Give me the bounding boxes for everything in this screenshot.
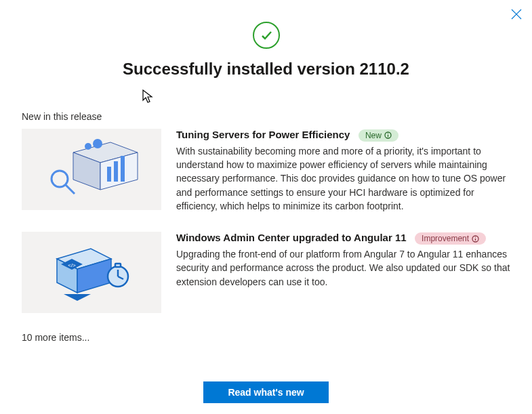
badge-label: Improvement (422, 234, 469, 243)
svg-marker-18 (64, 294, 91, 301)
item-title: Tuning Servers for Power Efficiency (176, 129, 350, 140)
item-body: Tuning Servers for Power Efficiency New … (176, 129, 510, 213)
angular-upgrade-illustration-icon: </> (41, 239, 142, 306)
release-item: Tuning Servers for Power Efficiency New … (22, 129, 510, 213)
item-thumbnail (22, 129, 161, 210)
release-notes-content: New in this release (0, 111, 532, 343)
svg-point-27 (475, 236, 476, 237)
item-title: Windows Admin Center upgraded to Angular… (176, 232, 407, 243)
svg-rect-5 (107, 167, 111, 182)
svg-point-14 (388, 133, 388, 134)
item-thumbnail: </> (22, 232, 161, 313)
svg-rect-6 (114, 161, 118, 182)
svg-rect-24 (115, 264, 121, 267)
item-description: With sustainability becoming more and mo… (176, 144, 510, 213)
read-whats-new-button[interactable]: Read what's new (203, 381, 328, 403)
svg-line-11 (66, 185, 75, 194)
item-body: Windows Admin Center upgraded to Angular… (176, 232, 510, 313)
info-icon (472, 235, 479, 243)
new-badge: New (359, 129, 398, 142)
svg-point-9 (93, 139, 102, 148)
item-description: Upgrading the front-end of our platform … (176, 247, 510, 289)
server-efficiency-illustration-icon (41, 136, 142, 203)
svg-point-10 (52, 171, 68, 187)
success-check-icon (253, 22, 280, 49)
improvement-badge: Improvement (415, 232, 486, 245)
badge-label: New (365, 131, 382, 140)
dialog-footer: Read what's new (0, 381, 532, 403)
info-icon (384, 131, 392, 139)
close-icon (510, 8, 523, 20)
dialog-header: Successfully installed version 2110.2 (0, 0, 532, 79)
svg-text:</>: </> (68, 262, 76, 268)
cursor-icon (142, 89, 155, 107)
more-items-link[interactable]: 10 more items... (22, 332, 510, 343)
close-button[interactable] (510, 8, 523, 20)
section-label: New in this release (22, 111, 510, 122)
dialog-title: Successfully installed version 2110.2 (0, 60, 532, 79)
svg-rect-7 (121, 156, 125, 182)
svg-point-8 (85, 143, 91, 150)
release-item: </> Windows Admin Center upgraded to Ang… (22, 232, 510, 313)
